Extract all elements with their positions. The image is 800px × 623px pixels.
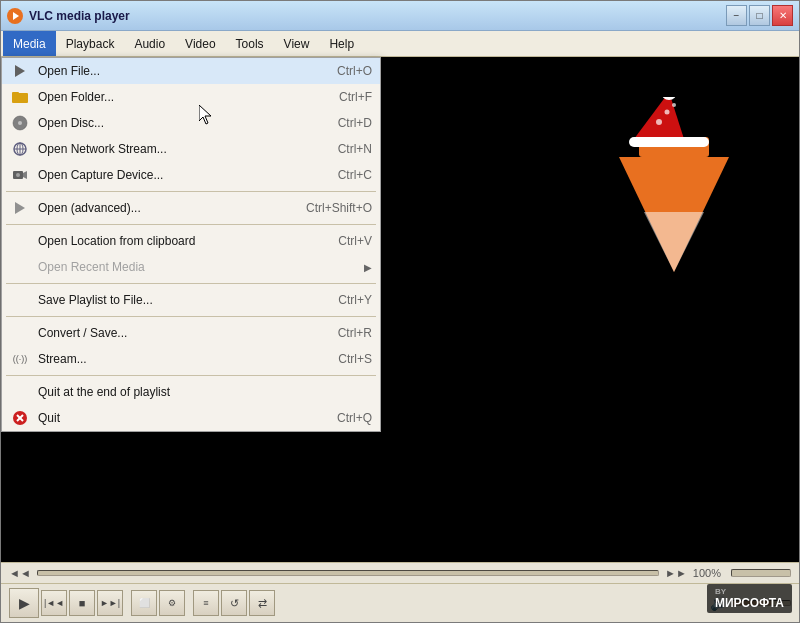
open-disc-shortcut: Ctrl+D xyxy=(338,116,372,130)
stop-button[interactable]: ■ xyxy=(69,590,95,616)
menu-open-network[interactable]: Open Network Stream... Ctrl+N xyxy=(2,136,380,162)
separator-1 xyxy=(6,191,376,192)
svg-point-24 xyxy=(656,119,662,125)
stream-label: Stream... xyxy=(38,352,318,366)
open-advanced-label: Open (advanced)... xyxy=(38,201,286,215)
menu-item-media[interactable]: Media xyxy=(3,31,56,56)
open-disc-icon xyxy=(10,113,30,133)
zoom-slider[interactable] xyxy=(731,569,791,577)
open-location-shortcut: Ctrl+V xyxy=(338,234,372,248)
menu-open-location[interactable]: Open Location from clipboard Ctrl+V xyxy=(2,228,380,254)
next-button[interactable]: ►►| xyxy=(97,590,123,616)
seek-bar[interactable] xyxy=(37,570,659,576)
open-advanced-shortcut: Ctrl+Shift+O xyxy=(306,201,372,215)
open-recent-arrow: ▶ xyxy=(364,262,372,273)
open-capture-icon xyxy=(10,165,30,185)
seek-bar-area: ◄◄ ►► 100% xyxy=(1,563,799,583)
open-network-icon xyxy=(10,139,30,159)
maximize-button[interactable]: □ xyxy=(749,5,770,26)
window-title: VLC media player xyxy=(29,9,726,23)
watermark-text: МИРСОФТА xyxy=(715,596,784,610)
menu-save-playlist[interactable]: Save Playlist to File... Ctrl+Y xyxy=(2,287,380,313)
separator-2 xyxy=(6,224,376,225)
open-network-label: Open Network Stream... xyxy=(38,142,318,156)
close-button[interactable]: ✕ xyxy=(772,5,793,26)
playlist-button[interactable]: ≡ xyxy=(193,590,219,616)
media-dropdown: Open File... Ctrl+O Open Folder... Ctrl+… xyxy=(1,57,381,432)
window-controls: − □ ✕ xyxy=(726,5,793,26)
svg-point-26 xyxy=(672,103,676,107)
convert-shortcut: Ctrl+R xyxy=(338,326,372,340)
minimize-button[interactable]: − xyxy=(726,5,747,26)
menu-item-help[interactable]: Help xyxy=(319,31,364,56)
menu-item-view[interactable]: View xyxy=(274,31,320,56)
menu-open-capture[interactable]: Open Capture Device... Ctrl+C xyxy=(2,162,380,188)
play-button[interactable]: ▶ xyxy=(9,588,39,618)
open-capture-shortcut: Ctrl+C xyxy=(338,168,372,182)
stream-shortcut: Ctrl+S xyxy=(338,352,372,366)
separator-3 xyxy=(6,283,376,284)
svg-rect-4 xyxy=(12,92,19,95)
menu-quit-end[interactable]: Quit at the end of playlist xyxy=(2,379,380,405)
menu-item-video[interactable]: Video xyxy=(175,31,225,56)
menu-open-folder[interactable]: Open Folder... Ctrl+F xyxy=(2,84,380,110)
svg-rect-22 xyxy=(629,137,709,147)
open-folder-icon xyxy=(10,87,30,107)
menu-bar: Media Playback Audio Video Tools View He… xyxy=(1,31,799,57)
quit-end-label: Quit at the end of playlist xyxy=(38,385,372,399)
title-bar: VLC media player − □ ✕ xyxy=(1,1,799,31)
svg-marker-19 xyxy=(644,212,704,272)
menu-item-tools[interactable]: Tools xyxy=(226,31,274,56)
svg-marker-14 xyxy=(15,202,25,214)
svg-point-13 xyxy=(16,173,20,177)
quit-icon xyxy=(10,408,30,428)
app-icon xyxy=(7,8,23,24)
random-button[interactable]: ⇄ xyxy=(249,590,275,616)
svg-point-25 xyxy=(665,110,670,115)
menu-open-recent[interactable]: Open Recent Media ▶ xyxy=(2,254,380,280)
open-folder-shortcut: Ctrl+F xyxy=(339,90,372,104)
save-playlist-shortcut: Ctrl+Y xyxy=(338,293,372,307)
menu-item-audio[interactable]: Audio xyxy=(124,31,175,56)
open-location-label: Open Location from clipboard xyxy=(38,234,318,248)
loop-button[interactable]: ↺ xyxy=(221,590,247,616)
watermark-sub: BY xyxy=(715,587,784,596)
svg-marker-12 xyxy=(23,171,27,179)
seek-back-icon: ◄◄ xyxy=(9,567,31,579)
svg-marker-2 xyxy=(15,65,25,77)
save-playlist-label: Save Playlist to File... xyxy=(38,293,318,307)
prev-button[interactable]: |◄◄ xyxy=(41,590,67,616)
menu-convert[interactable]: Convert / Save... Ctrl+R xyxy=(2,320,380,346)
zoom-level: 100% xyxy=(693,567,721,579)
quit-shortcut: Ctrl+Q xyxy=(337,411,372,425)
menu-quit[interactable]: Quit Ctrl+Q xyxy=(2,405,380,431)
open-disc-label: Open Disc... xyxy=(38,116,318,130)
separator-5 xyxy=(6,375,376,376)
convert-label: Convert / Save... xyxy=(38,326,318,340)
open-advanced-icon xyxy=(10,198,30,218)
vlc-cone xyxy=(609,97,739,277)
open-file-icon xyxy=(10,61,30,81)
menu-open-disc[interactable]: Open Disc... Ctrl+D xyxy=(2,110,380,136)
menu-item-playback[interactable]: Playback xyxy=(56,31,125,56)
bottom-controls: ◄◄ ►► 100% ▶ |◄◄ ■ ►►| ⬜ ⚙ ≡ ↺ ⇄ 🔊 xyxy=(1,562,799,622)
watermark: BY МИРСОФТА xyxy=(707,584,792,613)
open-folder-label: Open Folder... xyxy=(38,90,319,104)
open-file-label: Open File... xyxy=(38,64,317,78)
extended-button[interactable]: ⚙ xyxy=(159,590,185,616)
svg-marker-21 xyxy=(634,97,684,139)
menu-open-file[interactable]: Open File... Ctrl+O xyxy=(2,58,380,84)
stream-icon: ((·)) xyxy=(10,349,30,369)
seek-forward-icon: ►► xyxy=(665,567,687,579)
separator-4 xyxy=(6,316,376,317)
vlc-window: VLC media player − □ ✕ Media Playback Au… xyxy=(0,0,800,623)
open-recent-label: Open Recent Media xyxy=(38,260,364,274)
menu-open-advanced[interactable]: Open (advanced)... Ctrl+Shift+O xyxy=(2,195,380,221)
main-area: Open File... Ctrl+O Open Folder... Ctrl+… xyxy=(1,57,799,562)
open-capture-label: Open Capture Device... xyxy=(38,168,318,182)
quit-label: Quit xyxy=(38,411,317,425)
open-file-shortcut: Ctrl+O xyxy=(337,64,372,78)
toggle-video-button[interactable]: ⬜ xyxy=(131,590,157,616)
menu-stream[interactable]: ((·)) Stream... Ctrl+S xyxy=(2,346,380,372)
open-network-shortcut: Ctrl+N xyxy=(338,142,372,156)
